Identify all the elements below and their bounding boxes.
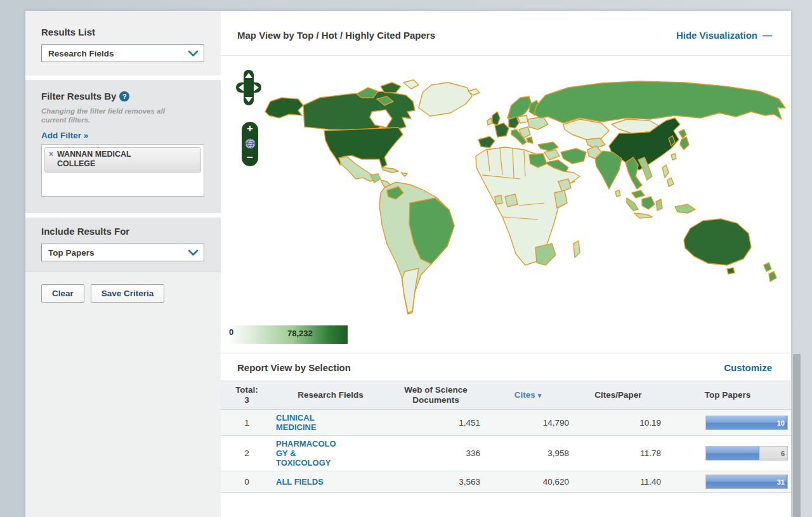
wos-docs-cell: 336 — [388, 436, 483, 471]
country-japan[interactable] — [679, 129, 689, 150]
top-papers-value: 10 — [777, 419, 785, 428]
country-spain[interactable] — [478, 136, 495, 148]
country-russia[interactable] — [534, 81, 785, 123]
filter-title: Filter Results By? — [41, 91, 204, 101]
column-top-papers[interactable]: Top Papers — [664, 381, 791, 410]
save-criteria-button[interactable]: Save Criteria — [91, 284, 165, 303]
report-title: Report View by Selection — [237, 362, 724, 373]
sort-desc-icon: ▾ — [538, 391, 542, 399]
top-papers-bar: 10 — [705, 416, 788, 430]
zoom-in-button[interactable]: + — [247, 123, 253, 134]
results-list-dropdown[interactable]: Research Fields — [41, 44, 204, 62]
column-cites-per-paper[interactable]: Cites/Paper — [572, 381, 664, 410]
field-cell: CLINICAL MEDICINE — [273, 410, 388, 436]
southeast-asia[interactable] — [615, 154, 695, 218]
zoom-out-button[interactable]: − — [247, 152, 253, 164]
map-header: Map View by Top / Hot / Highly Cited Pap… — [221, 11, 791, 56]
cites-cell: 3,958 — [483, 436, 572, 471]
hide-visualization-link[interactable]: Hide Visualization— — [676, 30, 772, 41]
map-pan-control[interactable] — [236, 70, 261, 105]
cites-per-paper-cell: 11.40 — [572, 471, 664, 493]
table-row: 1 CLINICAL MEDICINE 1,451 14,790 10.19 1… — [221, 410, 791, 436]
chevron-down-icon — [188, 249, 199, 256]
cites-per-paper-cell: 10.19 — [572, 410, 664, 436]
column-wos-documents[interactable]: Web of Science Documents — [388, 381, 483, 410]
top-papers-cell: 10 — [664, 410, 791, 436]
top-papers-cell: 31 — [664, 471, 791, 493]
total-header: Total:3 — [221, 381, 273, 410]
tasmania[interactable] — [727, 268, 735, 274]
remove-filter-icon[interactable]: × — [49, 150, 53, 159]
country-usa[interactable] — [324, 128, 403, 167]
top-papers-cell: 6 — [664, 436, 791, 471]
vertical-scrollbar[interactable] — [793, 354, 801, 517]
field-link[interactable]: ALL FIELDS — [276, 477, 339, 487]
rank-cell: 2 — [221, 436, 273, 471]
filter-chip-label: WANNAN MEDICAL COLLEGE — [57, 150, 159, 169]
rank-cell: 1 — [221, 410, 273, 436]
report-header: Report View by Selection Customize — [221, 353, 791, 381]
rank-cell: 0 — [221, 471, 273, 493]
map-title: Map View by Top / Hot / Highly Cited Pap… — [237, 30, 676, 41]
country-nigeria[interactable] — [505, 194, 518, 207]
country-south-africa[interactable] — [535, 244, 556, 265]
top-papers-value: 6 — [781, 449, 785, 459]
table-row: 0 ALL FIELDS 3,563 40,620 11.40 31 — [221, 471, 791, 493]
pan-left-icon[interactable] — [239, 84, 244, 91]
country-new-zealand[interactable] — [764, 263, 776, 282]
top-papers-bar: 6 — [705, 446, 788, 461]
results-list-title: Results List — [41, 27, 204, 37]
app-panel: Results List Research Fields Filter Resu… — [25, 11, 791, 517]
include-results-dropdown[interactable]: Top Papers — [41, 244, 204, 261]
filter-chip[interactable]: × WANNAN MEDICAL COLLEGE — [44, 147, 201, 173]
eastern-europe[interactable] — [518, 115, 548, 138]
legend-min-value: 0 — [229, 327, 233, 337]
middle-east[interactable] — [544, 150, 560, 160]
scandinavia[interactable] — [508, 96, 532, 119]
world-map[interactable] — [221, 56, 791, 353]
map-legend: 0 78,232 — [227, 325, 348, 344]
filter-section: Filter Results By? Changing the filter f… — [25, 80, 221, 213]
cites-cell: 14,790 — [483, 410, 572, 436]
country-iran[interactable] — [561, 148, 586, 164]
column-research-fields[interactable]: Research Fields — [273, 381, 388, 410]
column-cites[interactable]: Cites ▾ — [483, 381, 572, 410]
chevron-down-icon — [188, 50, 199, 57]
map-region: + − 0 78,232 — [221, 56, 791, 353]
pan-right-icon[interactable] — [254, 84, 259, 91]
country-greece[interactable] — [527, 137, 533, 143]
include-results-title: Include Results For — [41, 226, 204, 237]
country-alaska[interactable] — [265, 98, 303, 118]
field-link[interactable]: PHARMACOLOGY & TOXICOLOGY — [276, 439, 339, 468]
sidebar: Results List Research Fields Filter Resu… — [25, 11, 221, 517]
country-ireland[interactable] — [487, 118, 492, 125]
include-results-section: Include Results For Top Papers — [25, 218, 221, 272]
country-germany[interactable] — [509, 117, 519, 128]
field-link[interactable]: CLINICAL MEDICINE — [276, 413, 339, 432]
country-ghana[interactable] — [495, 195, 502, 204]
field-cell: PHARMACOLOGY & TOXICOLOGY — [273, 436, 388, 471]
clear-button[interactable]: Clear — [41, 284, 84, 303]
east-africa[interactable] — [554, 190, 567, 208]
filter-note: Changing the filter field removes all cu… — [41, 107, 187, 124]
globe-icon[interactable] — [245, 138, 256, 149]
table-row: 2 PHARMACOLOGY & TOXICOLOGY 336 3,958 11… — [221, 436, 791, 471]
country-madagascar[interactable] — [573, 241, 580, 258]
legend-max-value: 78,232 — [287, 329, 313, 338]
country-india[interactable] — [595, 151, 622, 189]
pan-up-icon[interactable] — [245, 73, 252, 78]
country-greenland[interactable] — [419, 82, 472, 116]
country-france[interactable] — [495, 123, 509, 137]
country-australia[interactable] — [684, 219, 751, 265]
country-kazakhstan[interactable] — [563, 119, 609, 140]
country-canada[interactable] — [303, 91, 415, 131]
country-uk[interactable] — [492, 112, 500, 126]
add-filter-link[interactable]: Add Filter » — [41, 131, 88, 140]
section-divider — [25, 75, 221, 80]
map-zoom-control[interactable]: + − — [242, 122, 258, 166]
country-argentina[interactable] — [402, 268, 419, 313]
help-icon[interactable]: ? — [119, 91, 129, 101]
pan-down-icon[interactable] — [245, 97, 252, 102]
customize-link[interactable]: Customize — [724, 362, 772, 373]
actions-section: Clear Save Criteria — [25, 272, 221, 517]
